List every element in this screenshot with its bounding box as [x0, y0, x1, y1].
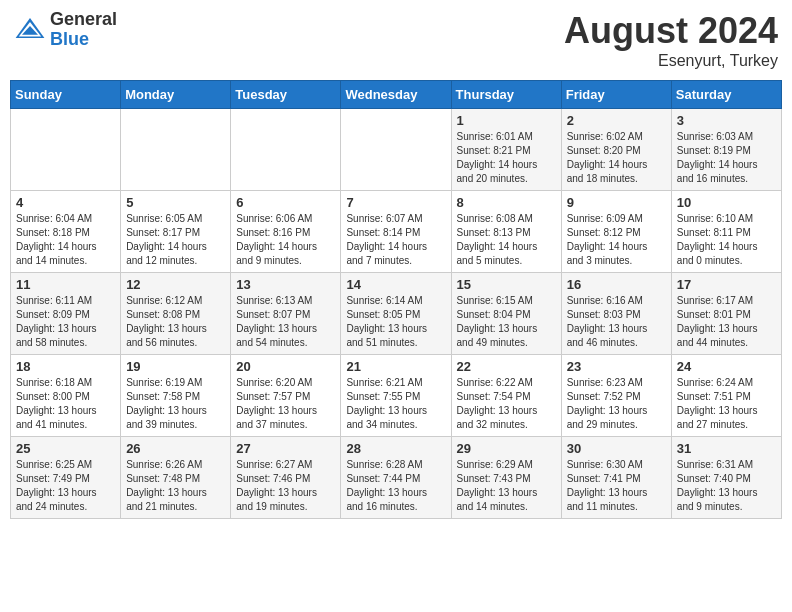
- logo-icon: [14, 14, 46, 46]
- day-number: 17: [677, 277, 776, 292]
- day-number: 4: [16, 195, 115, 210]
- header-cell-thursday: Thursday: [451, 81, 561, 109]
- day-info: Sunrise: 6:21 AM Sunset: 7:55 PM Dayligh…: [346, 376, 445, 432]
- day-cell: 12Sunrise: 6:12 AM Sunset: 8:08 PM Dayli…: [121, 273, 231, 355]
- day-info: Sunrise: 6:25 AM Sunset: 7:49 PM Dayligh…: [16, 458, 115, 514]
- day-cell: [231, 109, 341, 191]
- day-number: 26: [126, 441, 225, 456]
- day-cell: 3Sunrise: 6:03 AM Sunset: 8:19 PM Daylig…: [671, 109, 781, 191]
- day-info: Sunrise: 6:12 AM Sunset: 8:08 PM Dayligh…: [126, 294, 225, 350]
- day-cell: 16Sunrise: 6:16 AM Sunset: 8:03 PM Dayli…: [561, 273, 671, 355]
- day-cell: 31Sunrise: 6:31 AM Sunset: 7:40 PM Dayli…: [671, 437, 781, 519]
- day-number: 12: [126, 277, 225, 292]
- logo-general-text: General: [50, 10, 117, 30]
- day-number: 24: [677, 359, 776, 374]
- day-info: Sunrise: 6:30 AM Sunset: 7:41 PM Dayligh…: [567, 458, 666, 514]
- month-year-title: August 2024: [564, 10, 778, 52]
- day-info: Sunrise: 6:11 AM Sunset: 8:09 PM Dayligh…: [16, 294, 115, 350]
- day-cell: [341, 109, 451, 191]
- location-subtitle: Esenyurt, Turkey: [564, 52, 778, 70]
- day-cell: 26Sunrise: 6:26 AM Sunset: 7:48 PM Dayli…: [121, 437, 231, 519]
- day-info: Sunrise: 6:07 AM Sunset: 8:14 PM Dayligh…: [346, 212, 445, 268]
- week-row-3: 11Sunrise: 6:11 AM Sunset: 8:09 PM Dayli…: [11, 273, 782, 355]
- day-info: Sunrise: 6:06 AM Sunset: 8:16 PM Dayligh…: [236, 212, 335, 268]
- day-info: Sunrise: 6:13 AM Sunset: 8:07 PM Dayligh…: [236, 294, 335, 350]
- day-cell: 2Sunrise: 6:02 AM Sunset: 8:20 PM Daylig…: [561, 109, 671, 191]
- logo-blue-text: Blue: [50, 30, 117, 50]
- header-cell-friday: Friday: [561, 81, 671, 109]
- day-cell: 28Sunrise: 6:28 AM Sunset: 7:44 PM Dayli…: [341, 437, 451, 519]
- day-info: Sunrise: 6:16 AM Sunset: 8:03 PM Dayligh…: [567, 294, 666, 350]
- week-row-5: 25Sunrise: 6:25 AM Sunset: 7:49 PM Dayli…: [11, 437, 782, 519]
- logo-text: General Blue: [50, 10, 117, 50]
- week-row-4: 18Sunrise: 6:18 AM Sunset: 8:00 PM Dayli…: [11, 355, 782, 437]
- day-info: Sunrise: 6:28 AM Sunset: 7:44 PM Dayligh…: [346, 458, 445, 514]
- day-cell: 7Sunrise: 6:07 AM Sunset: 8:14 PM Daylig…: [341, 191, 451, 273]
- day-cell: 9Sunrise: 6:09 AM Sunset: 8:12 PM Daylig…: [561, 191, 671, 273]
- day-cell: 23Sunrise: 6:23 AM Sunset: 7:52 PM Dayli…: [561, 355, 671, 437]
- day-info: Sunrise: 6:17 AM Sunset: 8:01 PM Dayligh…: [677, 294, 776, 350]
- day-cell: 4Sunrise: 6:04 AM Sunset: 8:18 PM Daylig…: [11, 191, 121, 273]
- day-number: 9: [567, 195, 666, 210]
- header-row: SundayMondayTuesdayWednesdayThursdayFrid…: [11, 81, 782, 109]
- header-cell-sunday: Sunday: [11, 81, 121, 109]
- day-info: Sunrise: 6:26 AM Sunset: 7:48 PM Dayligh…: [126, 458, 225, 514]
- day-info: Sunrise: 6:18 AM Sunset: 8:00 PM Dayligh…: [16, 376, 115, 432]
- day-cell: 18Sunrise: 6:18 AM Sunset: 8:00 PM Dayli…: [11, 355, 121, 437]
- day-info: Sunrise: 6:01 AM Sunset: 8:21 PM Dayligh…: [457, 130, 556, 186]
- day-info: Sunrise: 6:14 AM Sunset: 8:05 PM Dayligh…: [346, 294, 445, 350]
- calendar-header: SundayMondayTuesdayWednesdayThursdayFrid…: [11, 81, 782, 109]
- day-cell: 19Sunrise: 6:19 AM Sunset: 7:58 PM Dayli…: [121, 355, 231, 437]
- day-number: 22: [457, 359, 556, 374]
- day-number: 5: [126, 195, 225, 210]
- day-number: 18: [16, 359, 115, 374]
- day-number: 21: [346, 359, 445, 374]
- day-number: 27: [236, 441, 335, 456]
- day-number: 31: [677, 441, 776, 456]
- day-number: 8: [457, 195, 556, 210]
- calendar-body: 1Sunrise: 6:01 AM Sunset: 8:21 PM Daylig…: [11, 109, 782, 519]
- logo: General Blue: [14, 10, 117, 50]
- calendar-table: SundayMondayTuesdayWednesdayThursdayFrid…: [10, 80, 782, 519]
- day-cell: 22Sunrise: 6:22 AM Sunset: 7:54 PM Dayli…: [451, 355, 561, 437]
- day-number: 15: [457, 277, 556, 292]
- day-cell: 10Sunrise: 6:10 AM Sunset: 8:11 PM Dayli…: [671, 191, 781, 273]
- day-number: 13: [236, 277, 335, 292]
- day-info: Sunrise: 6:29 AM Sunset: 7:43 PM Dayligh…: [457, 458, 556, 514]
- day-number: 3: [677, 113, 776, 128]
- day-number: 1: [457, 113, 556, 128]
- day-number: 14: [346, 277, 445, 292]
- day-info: Sunrise: 6:10 AM Sunset: 8:11 PM Dayligh…: [677, 212, 776, 268]
- day-cell: 21Sunrise: 6:21 AM Sunset: 7:55 PM Dayli…: [341, 355, 451, 437]
- day-cell: 25Sunrise: 6:25 AM Sunset: 7:49 PM Dayli…: [11, 437, 121, 519]
- day-number: 23: [567, 359, 666, 374]
- day-number: 7: [346, 195, 445, 210]
- day-info: Sunrise: 6:02 AM Sunset: 8:20 PM Dayligh…: [567, 130, 666, 186]
- day-info: Sunrise: 6:19 AM Sunset: 7:58 PM Dayligh…: [126, 376, 225, 432]
- day-info: Sunrise: 6:05 AM Sunset: 8:17 PM Dayligh…: [126, 212, 225, 268]
- day-cell: [121, 109, 231, 191]
- day-cell: 24Sunrise: 6:24 AM Sunset: 7:51 PM Dayli…: [671, 355, 781, 437]
- day-info: Sunrise: 6:09 AM Sunset: 8:12 PM Dayligh…: [567, 212, 666, 268]
- day-info: Sunrise: 6:03 AM Sunset: 8:19 PM Dayligh…: [677, 130, 776, 186]
- header-cell-monday: Monday: [121, 81, 231, 109]
- day-info: Sunrise: 6:27 AM Sunset: 7:46 PM Dayligh…: [236, 458, 335, 514]
- day-info: Sunrise: 6:04 AM Sunset: 8:18 PM Dayligh…: [16, 212, 115, 268]
- day-info: Sunrise: 6:20 AM Sunset: 7:57 PM Dayligh…: [236, 376, 335, 432]
- day-number: 11: [16, 277, 115, 292]
- day-info: Sunrise: 6:24 AM Sunset: 7:51 PM Dayligh…: [677, 376, 776, 432]
- day-cell: 15Sunrise: 6:15 AM Sunset: 8:04 PM Dayli…: [451, 273, 561, 355]
- day-number: 20: [236, 359, 335, 374]
- week-row-1: 1Sunrise: 6:01 AM Sunset: 8:21 PM Daylig…: [11, 109, 782, 191]
- day-cell: 27Sunrise: 6:27 AM Sunset: 7:46 PM Dayli…: [231, 437, 341, 519]
- day-cell: 8Sunrise: 6:08 AM Sunset: 8:13 PM Daylig…: [451, 191, 561, 273]
- day-info: Sunrise: 6:22 AM Sunset: 7:54 PM Dayligh…: [457, 376, 556, 432]
- header-cell-tuesday: Tuesday: [231, 81, 341, 109]
- day-number: 16: [567, 277, 666, 292]
- day-number: 28: [346, 441, 445, 456]
- day-number: 30: [567, 441, 666, 456]
- header-cell-saturday: Saturday: [671, 81, 781, 109]
- day-info: Sunrise: 6:08 AM Sunset: 8:13 PM Dayligh…: [457, 212, 556, 268]
- day-cell: 11Sunrise: 6:11 AM Sunset: 8:09 PM Dayli…: [11, 273, 121, 355]
- day-cell: 17Sunrise: 6:17 AM Sunset: 8:01 PM Dayli…: [671, 273, 781, 355]
